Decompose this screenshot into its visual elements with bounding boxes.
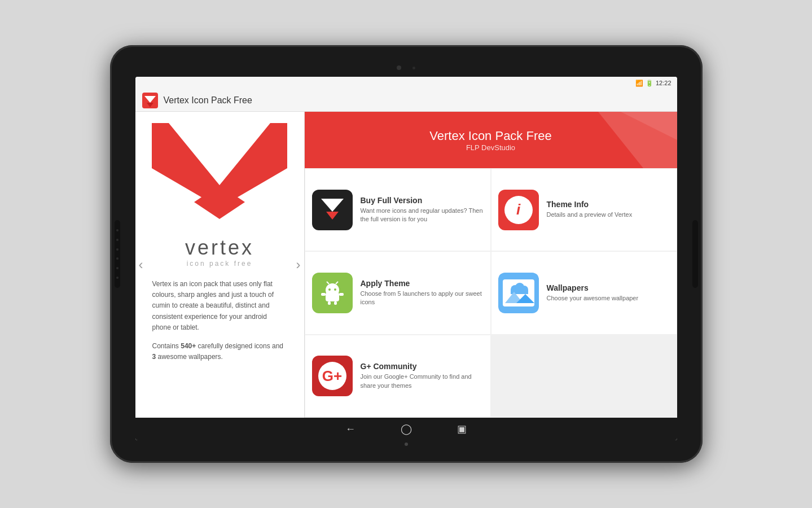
grid-item-empty bbox=[491, 335, 677, 417]
theme-info-icon: i bbox=[498, 190, 539, 230]
nav-bar: ← ◯ ▣ bbox=[135, 418, 677, 440]
gplus-text: G+ Community Join our Google+ Community … bbox=[361, 362, 484, 390]
buy-description: Want more icons and regular updates? The… bbox=[361, 207, 484, 224]
buy-icon bbox=[312, 190, 353, 230]
recents-button[interactable]: ▣ bbox=[457, 423, 467, 435]
apply-theme-text: Apply Theme Choose from 5 launchers to a… bbox=[361, 279, 484, 307]
gplus-description: Join our Google+ Community to find and s… bbox=[361, 373, 484, 390]
wallpapers-description: Choose your awesome wallpaper bbox=[547, 294, 639, 303]
info-circle-icon: i bbox=[504, 196, 533, 224]
home-button[interactable]: ◯ bbox=[401, 423, 412, 435]
apply-theme-description: Choose from 5 launchers to apply our swe… bbox=[361, 290, 484, 307]
description-text: Vertex is an icon pack that uses only fl… bbox=[152, 279, 287, 333]
battery-icon: 🔋 bbox=[646, 80, 653, 87]
svg-point-15 bbox=[328, 288, 331, 291]
speaker-left bbox=[115, 220, 120, 288]
action-bar: Vertex Icon Pack Free bbox=[135, 89, 677, 112]
status-icons: 📶 🔋 12:22 bbox=[635, 80, 671, 87]
grid-item-wallpapers[interactable]: Wallpapers Choose your awesome wallpaper bbox=[491, 252, 677, 334]
grid-item-apply-theme[interactable]: Apply Theme Choose from 5 launchers to a… bbox=[305, 252, 490, 334]
slide-preview: vertex icon pack free Vertex is an icon … bbox=[152, 123, 287, 406]
tablet-device: 📶 🔋 12:22 Vertex Icon Pack Free ‹ › bbox=[110, 45, 703, 463]
svg-rect-22 bbox=[339, 293, 344, 296]
time-display: 12:22 bbox=[656, 80, 671, 86]
right-panel: Vertex Icon Pack Free FLP DevStudio bbox=[305, 112, 677, 418]
wallpapers-icon-svg bbox=[499, 274, 538, 312]
grid-item-buy[interactable]: Buy Full Version Want more icons and reg… bbox=[305, 169, 490, 251]
contains-text: Contains 540+ carefully designed icons a… bbox=[152, 341, 287, 362]
description-area: Vertex is an icon pack that uses only fl… bbox=[152, 279, 287, 362]
main-content: ‹ › vertex bbox=[135, 112, 677, 418]
app-name-sub: icon pack free bbox=[185, 260, 254, 268]
banner-chevron-icon bbox=[564, 112, 677, 168]
gplus-circle-icon: G+ bbox=[318, 362, 346, 390]
buy-title: Buy Full Version bbox=[361, 196, 484, 205]
header-banner: Vertex Icon Pack Free FLP DevStudio bbox=[305, 112, 677, 168]
camera-lens bbox=[397, 65, 401, 70]
app-grid: Buy Full Version Want more icons and reg… bbox=[305, 168, 677, 418]
grid-item-theme-info[interactable]: i Theme Info Details and a preview of Ve… bbox=[491, 169, 677, 251]
buy-text: Buy Full Version Want more icons and reg… bbox=[361, 196, 484, 224]
apply-theme-title: Apply Theme bbox=[361, 279, 484, 288]
app-name-large: vertex bbox=[185, 236, 254, 260]
status-bar: 📶 🔋 12:22 bbox=[135, 77, 677, 89]
svg-rect-20 bbox=[334, 301, 337, 305]
apply-theme-icon bbox=[312, 273, 353, 313]
tablet-bottom-dot bbox=[405, 443, 408, 446]
left-panel: ‹ › vertex bbox=[135, 112, 305, 418]
svg-rect-14 bbox=[326, 292, 339, 301]
gplus-icon: G+ bbox=[312, 356, 353, 396]
app-logo-icon bbox=[142, 93, 158, 108]
theme-info-title: Theme Info bbox=[547, 200, 633, 209]
buy-icon-svg bbox=[318, 196, 346, 224]
screen: 📶 🔋 12:22 Vertex Icon Pack Free ‹ › bbox=[135, 77, 677, 440]
camera-secondary bbox=[412, 67, 415, 69]
wallpapers-title: Wallpapers bbox=[547, 283, 639, 292]
next-slide-button[interactable]: › bbox=[296, 257, 301, 273]
signal-icon: 📶 bbox=[635, 80, 643, 87]
banner-title: Vertex Icon Pack Free bbox=[429, 129, 551, 143]
banner-subtitle: FLP DevStudio bbox=[466, 143, 515, 152]
svg-point-16 bbox=[334, 288, 336, 291]
svg-rect-21 bbox=[321, 293, 326, 296]
grid-item-gplus[interactable]: G+ G+ Community Join our Google+ Communi… bbox=[305, 335, 490, 417]
theme-info-description: Details and a preview of Vertex bbox=[547, 211, 633, 219]
theme-info-text: Theme Info Details and a preview of Vert… bbox=[547, 200, 633, 219]
svg-rect-19 bbox=[328, 301, 331, 305]
wallpapers-icon bbox=[498, 273, 539, 313]
camera-area bbox=[397, 62, 415, 73]
wallpapers-text: Wallpapers Choose your awesome wallpaper bbox=[547, 283, 639, 303]
speaker-right bbox=[692, 220, 698, 288]
prev-slide-button[interactable]: ‹ bbox=[139, 257, 143, 273]
vertex-text-area: vertex icon pack free bbox=[185, 236, 254, 268]
action-bar-title: Vertex Icon Pack Free bbox=[164, 95, 252, 106]
gplus-title: G+ Community bbox=[361, 362, 484, 371]
back-button[interactable]: ← bbox=[345, 423, 355, 435]
vertex-logo-image bbox=[152, 123, 287, 230]
android-icon-svg bbox=[318, 279, 346, 307]
